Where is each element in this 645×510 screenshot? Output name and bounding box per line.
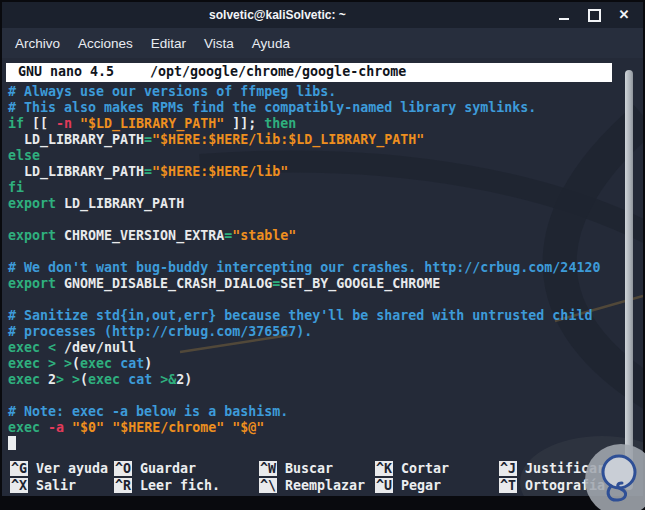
shortcut-key: ^R	[114, 478, 132, 493]
close-button[interactable]: ✕	[617, 8, 631, 22]
editor-line: # Note: exec -a below is a bashism.	[8, 404, 600, 420]
scrollbar-thumb[interactable]	[625, 70, 633, 490]
shortcut-item: ^RLeer fich.	[114, 478, 220, 495]
editor-line: exec > >(exec cat)	[8, 356, 600, 372]
shortcut-key: ^X	[10, 478, 28, 493]
shortcut-column: ^OGuardar^RLeer fich.	[114, 461, 220, 495]
maximize-button[interactable]	[587, 8, 601, 22]
shortcut-column: ^GVer ayuda^XSalir	[10, 461, 108, 495]
shortcut-item: ^\Reemplazar	[259, 478, 365, 495]
shortcut-key: ^\	[259, 478, 277, 493]
shortcut-column: ^KCortar^UPegar	[375, 461, 449, 495]
menu-item-vista[interactable]: Vista	[204, 36, 234, 51]
shortcut-label: Guardar	[140, 461, 196, 476]
editor-line: fi	[8, 180, 600, 196]
shortcut-item: ^OGuardar	[114, 461, 220, 478]
close-icon: ✕	[619, 8, 630, 22]
editor-line: if [[ -n "$LD_LIBRARY_PATH" ]]; then	[8, 116, 600, 132]
solvetic-logo-watermark	[584, 443, 645, 510]
window-title: solvetic@kaliSolvetic: ~	[2, 2, 553, 28]
shortcut-label: Ver ayuda	[36, 461, 108, 476]
editor-line: # Always use our versions of ffmpeg libs…	[8, 84, 600, 100]
editor-line: export LD_LIBRARY_PATH	[8, 196, 600, 212]
title-bar[interactable]: solvetic@kaliSolvetic: ~ ✕	[2, 2, 643, 28]
editor-line: # We don't want bug-buddy intercepting o…	[8, 260, 600, 276]
nano-filename: /opt/google/chrome/google-chrome	[150, 64, 406, 80]
terminal-window: solvetic@kaliSolvetic: ~ ✕ ArchivoAccion…	[0, 0, 645, 510]
shortcut-item: ^WBuscar	[259, 461, 365, 478]
shortcut-label: Buscar	[285, 461, 333, 476]
shortcut-key: ^T	[499, 478, 517, 493]
shortcut-item: ^XSalir	[10, 478, 108, 495]
shortcut-item: ^UPegar	[375, 478, 449, 495]
shortcut-key: ^K	[375, 461, 393, 476]
editor-line: # This also makes RPMs find the compatib…	[8, 100, 600, 116]
editor-text: # Always use our versions of ffmpeg libs…	[8, 84, 600, 452]
editor-line	[8, 388, 600, 404]
shortcut-column: ^WBuscar^\Reemplazar	[259, 461, 365, 495]
menu-item-editar[interactable]: Editar	[151, 36, 186, 51]
editor-line	[8, 292, 600, 308]
menu-bar: ArchivoAccionesEditarVistaAyuda	[2, 28, 643, 58]
shortcut-label: Cortar	[401, 461, 449, 476]
shortcut-label: Leer fich.	[140, 478, 220, 493]
shortcut-key: ^G	[10, 461, 28, 476]
editor-line: exec < /dev/null	[8, 340, 600, 356]
editor-line	[8, 212, 600, 228]
shortcut-key: ^U	[375, 478, 393, 493]
editor-line: LD_LIBRARY_PATH="$HERE:$HERE/lib"	[8, 164, 600, 180]
shortcut-key: ^O	[114, 461, 132, 476]
shortcut-key: ^J	[499, 461, 517, 476]
menu-item-acciones[interactable]: Acciones	[78, 36, 133, 51]
terminal-content[interactable]: GNU nano 4.5 /opt/google/chrome/google-c…	[2, 58, 643, 496]
window-controls: ✕	[557, 2, 631, 28]
editor-line: # processes (http://crbug.com/376567).	[8, 324, 600, 340]
editor-line: exec 2> >(exec cat >&2)	[8, 372, 600, 388]
shortcut-label: Pegar	[401, 478, 441, 493]
nano-title-bar: GNU nano 4.5 /opt/google/chrome/google-c…	[6, 63, 612, 82]
editor-line: export CHROME_VERSION_EXTRA="stable"	[8, 228, 600, 244]
nano-version: GNU nano 4.5	[18, 64, 114, 80]
text-cursor	[8, 436, 16, 450]
minimize-icon	[559, 18, 569, 20]
shortcut-item: ^KCortar	[375, 461, 449, 478]
editor-line: else	[8, 148, 600, 164]
editor-line: export GNOME_DISABLE_CRASH_DIALOG=SET_BY…	[8, 276, 600, 292]
maximize-icon	[588, 9, 601, 22]
minimize-button[interactable]	[557, 8, 571, 22]
editor-line: LD_LIBRARY_PATH="$HERE:$HERE/lib:$LD_LIB…	[8, 132, 600, 148]
menu-item-ayuda[interactable]: Ayuda	[252, 36, 290, 51]
shortcut-label: Salir	[36, 478, 76, 493]
editor-line	[8, 244, 600, 260]
shortcut-key: ^W	[259, 461, 277, 476]
editor-line: exec -a "$0" "$HERE/chrome" "$@"	[8, 420, 600, 436]
shortcut-label: Reemplazar	[285, 478, 365, 493]
shortcut-item: ^GVer ayuda	[10, 461, 108, 478]
editor-line	[8, 436, 600, 452]
editor-line: # Sanitize std{in,out,err} because they'…	[8, 308, 600, 324]
menu-item-archivo[interactable]: Archivo	[15, 36, 60, 51]
